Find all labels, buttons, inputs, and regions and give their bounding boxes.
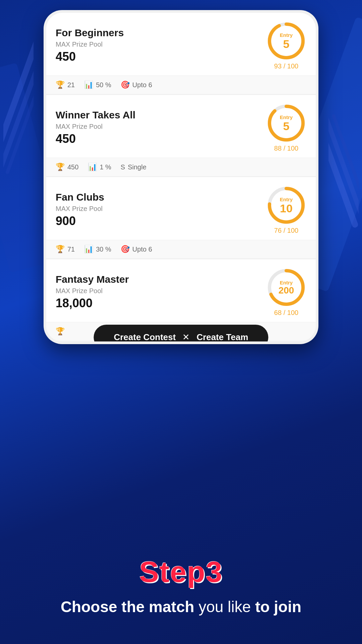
stat-val-trophy-2: 71: [67, 246, 75, 253]
stat-val-team-1: Single: [128, 163, 146, 171]
step-title: Step3: [139, 555, 223, 589]
entry-value-2: 10: [280, 203, 293, 214]
stat-chart-0: 📊 50 %: [84, 80, 111, 89]
deco-lines-right: [328, 101, 359, 235]
phone-screen: For Beginners MAX Prize Pool 450 Entry: [46, 13, 316, 341]
entry-circle-fanclubs: Entry 10: [266, 185, 306, 225]
stat-val-chart-0: 50 %: [96, 81, 111, 89]
contest-title-beginners: For Beginners: [56, 27, 266, 39]
contest-title-fanclubs: Fan Clubs: [56, 192, 266, 203]
entry-slots-2: 76 / 100: [274, 227, 298, 234]
entry-slots-0: 93 / 100: [274, 62, 298, 70]
step-subtitle: Choose the match you like to join: [61, 597, 301, 617]
stat-trophy-0: 🏆 21: [56, 80, 75, 89]
contest-card-beginners[interactable]: For Beginners MAX Prize Pool 450 Entry: [46, 13, 316, 94]
contests-list: For Beginners MAX Prize Pool 450 Entry: [46, 13, 316, 340]
contest-card-fantasy[interactable]: Fantasy Master MAX Prize Pool 18,000 Ent…: [46, 259, 316, 340]
prize-label-beginners: MAX Prize Pool: [56, 41, 266, 48]
contest-card-fanclubs[interactable]: Fan Clubs MAX Prize Pool 900 Entry: [46, 177, 316, 258]
stat-trophy-1: 🏆 450: [56, 163, 78, 171]
subtitle-bold1: Choose the match: [61, 598, 194, 615]
stat-chart-2: 📊 30 %: [84, 245, 111, 254]
contest-info-winner: Winner Takes All MAX Prize Pool 450: [56, 109, 266, 146]
entry-label-2: Entry: [280, 197, 293, 202]
contest-footer-winner: 🏆 450 📊 1 % S Single: [46, 158, 316, 176]
trophy-icon-0: 🏆: [56, 80, 65, 89]
entry-value-0: 5: [280, 38, 293, 50]
contest-footer-fanclubs: 🏆 71 📊 30 % 🎯 Upto 6: [46, 240, 316, 258]
create-team-btn[interactable]: Create Team: [196, 332, 248, 341]
entry-label-3: Entry: [279, 280, 294, 285]
stat-team-0: 🎯 Upto 6: [121, 80, 152, 89]
entry-circle-fantasy: Entry 200: [266, 267, 306, 308]
subtitle-regular: you like: [194, 598, 255, 615]
contest-footer-beginners: 🏆 21 📊 50 % 🎯 Upto 6: [46, 75, 316, 94]
prize-value-fantasy: 18,000: [56, 296, 266, 310]
entry-label-1: Entry: [280, 114, 293, 120]
entry-value-3: 200: [279, 286, 294, 295]
deco-lines-left: [3, 34, 34, 201]
subtitle-bold2: to join: [255, 598, 301, 615]
contest-card-winner[interactable]: Winner Takes All MAX Prize Pool 450 Entr…: [46, 95, 316, 176]
entry-circle-winner: Entry 5: [266, 103, 306, 143]
stat-trophy-3: 🏆: [56, 327, 65, 336]
chart-icon-1: 📊: [88, 163, 97, 171]
trophy-icon-1: 🏆: [56, 163, 65, 171]
entry-circle-wrap-fantasy: Entry 200 68 / 100: [266, 267, 306, 317]
prize-value-beginners: 450: [56, 50, 266, 64]
stat-val-chart-2: 30 %: [96, 246, 111, 253]
entry-slots-1: 88 / 100: [274, 145, 298, 152]
contest-info-beginners: For Beginners MAX Prize Pool 450: [56, 27, 266, 64]
divider-x: ✕: [182, 332, 190, 341]
stat-team-2: 🎯 Upto 6: [121, 245, 152, 254]
stat-val-trophy-1: 450: [67, 163, 78, 171]
contest-info-fanclubs: Fan Clubs MAX Prize Pool 900: [56, 192, 266, 228]
team-icon-1: S: [121, 163, 125, 171]
contest-title-fantasy: Fantasy Master: [56, 274, 266, 285]
prize-label-fanclubs: MAX Prize Pool: [56, 205, 266, 213]
prize-value-winner: 450: [56, 132, 266, 146]
contest-info-fantasy: Fantasy Master MAX Prize Pool 18,000: [56, 274, 266, 310]
entry-circle-wrap-fanclubs: Entry 10 76 / 100: [266, 185, 306, 234]
entry-label-0: Entry: [280, 32, 293, 38]
entry-circle-beginners: Entry 5: [266, 21, 306, 61]
phone-frame: For Beginners MAX Prize Pool 450 Entry: [44, 10, 318, 344]
team-icon-2: 🎯: [121, 245, 130, 254]
stat-val-trophy-0: 21: [67, 81, 75, 89]
prize-label-winner: MAX Prize Pool: [56, 123, 266, 130]
create-contest-btn[interactable]: Create Contest: [114, 332, 176, 341]
entry-value-1: 5: [280, 120, 293, 132]
contest-title-winner: Winner Takes All: [56, 109, 266, 121]
trophy-icon-3: 🏆: [56, 327, 65, 336]
stat-trophy-2: 🏆 71: [56, 245, 75, 254]
chart-icon-0: 📊: [84, 80, 93, 89]
prize-value-fanclubs: 900: [56, 214, 266, 228]
team-icon-0: 🎯: [121, 80, 130, 89]
trophy-icon-2: 🏆: [56, 245, 65, 254]
stat-val-team-2: Upto 6: [132, 246, 152, 253]
entry-slots-3: 68 / 100: [274, 309, 298, 317]
stat-val-chart-1: 1 %: [100, 163, 111, 171]
stat-chart-1: 📊 1 %: [88, 163, 111, 171]
entry-circle-wrap-beginners: Entry 5 93 / 100: [266, 21, 306, 70]
prize-label-fantasy: MAX Prize Pool: [56, 287, 266, 295]
chart-icon-2: 📊: [84, 245, 93, 254]
bottom-section: Step3 Choose the match you like to join: [0, 382, 362, 644]
stat-val-team-0: Upto 6: [132, 81, 152, 89]
entry-circle-wrap-winner: Entry 5 88 / 100: [266, 103, 306, 152]
stat-team-1: S Single: [121, 163, 146, 171]
